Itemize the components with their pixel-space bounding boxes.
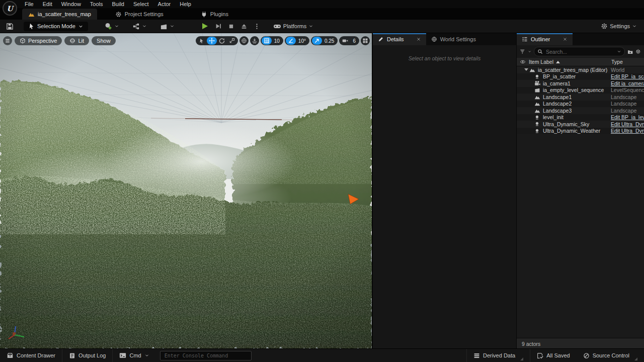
outliner-row-level-sequence[interactable]: ia_empty_level_sequence LevelSequence bbox=[517, 87, 644, 94]
row-type-link[interactable]: Edit Ultra_Dyna bbox=[611, 121, 644, 127]
camera-speed-button[interactable] bbox=[340, 37, 350, 45]
menu-select[interactable]: Select bbox=[129, 0, 153, 8]
selection-mode-dropdown[interactable]: Selection Mode bbox=[24, 22, 88, 31]
scale-snap-value[interactable]: 0.25 bbox=[322, 38, 337, 44]
derived-data-button[interactable]: Derived Data bbox=[466, 349, 530, 362]
chevron-down-icon bbox=[632, 24, 637, 29]
row-type: World bbox=[611, 67, 644, 73]
camera-speed-value[interactable]: 6 bbox=[350, 38, 358, 44]
tab-outliner[interactable]: Outliner bbox=[517, 33, 573, 45]
skip-button[interactable] bbox=[212, 21, 225, 31]
tab-level-map[interactable]: ia_scatter_trees_map bbox=[22, 9, 97, 20]
outliner-row-level[interactable]: ia_scatter_trees_map (Editor) World bbox=[517, 66, 644, 73]
item-label-column-header[interactable]: Item Label bbox=[529, 59, 611, 65]
cmd-dropdown[interactable]: Cmd bbox=[113, 349, 155, 362]
row-label: Landscape1 bbox=[543, 94, 572, 100]
outliner-rows: ia_scatter_trees_map (Editor) World BP_i… bbox=[517, 66, 644, 338]
settings-dropdown[interactable]: Settings bbox=[598, 21, 640, 31]
save-icon bbox=[6, 23, 14, 30]
cmd-label: Cmd bbox=[129, 352, 141, 358]
blueprints-button[interactable] bbox=[129, 21, 150, 31]
grid-snap-toggle[interactable] bbox=[262, 37, 272, 45]
content-drawer-icon bbox=[7, 352, 14, 359]
menu-build[interactable]: Build bbox=[108, 0, 129, 8]
select-tool-button[interactable] bbox=[197, 37, 207, 45]
outliner-row-ia-camera1[interactable]: ia_camera1 Edit ia_camera bbox=[517, 80, 644, 87]
menu-actor[interactable]: Actor bbox=[153, 0, 176, 8]
surface-snap-toggle[interactable] bbox=[250, 36, 259, 45]
all-saved-button[interactable]: All Saved bbox=[530, 349, 576, 362]
outliner-row-level-init[interactable]: level_init Edit BP_ia_level bbox=[517, 114, 644, 121]
outliner-search[interactable] bbox=[534, 47, 625, 56]
level-viewport[interactable]: Perspective Lit Show 10 bbox=[0, 33, 372, 349]
outliner-row-ultra-dynamic-sky[interactable]: Ultra_Dynamic_Sky Edit Ultra_Dyna bbox=[517, 121, 644, 128]
play-button[interactable] bbox=[198, 21, 212, 31]
row-type-link[interactable]: Edit ia_camera bbox=[611, 80, 644, 86]
view-mode-dropdown[interactable]: Lit bbox=[64, 36, 89, 45]
add-actor-button[interactable] bbox=[101, 21, 122, 31]
rotate-tool-button[interactable] bbox=[217, 37, 227, 45]
type-header-text: Type bbox=[611, 59, 623, 65]
outliner-column-header: Item Label Type bbox=[517, 58, 644, 66]
menu-bar: File Edit Window Tools Build Select Acto… bbox=[0, 0, 644, 8]
outliner-row-landscape3[interactable]: Landscape3 Landscape bbox=[517, 107, 644, 114]
row-type-link[interactable]: Edit BP_ia_scat bbox=[611, 73, 644, 79]
scale-tool-button[interactable] bbox=[227, 37, 237, 45]
filter-chevron-icon[interactable] bbox=[528, 49, 531, 54]
outliner-row-ultra-dynamic-weather[interactable]: Ultra_Dynamic_Weather Edit Ultra_Dyna bbox=[517, 128, 644, 135]
menu-edit[interactable]: Edit bbox=[38, 0, 57, 8]
play-options-button[interactable] bbox=[251, 21, 263, 31]
maximize-viewport-button[interactable] bbox=[361, 36, 370, 45]
search-input[interactable] bbox=[545, 48, 615, 55]
rotation-snap-value[interactable]: 10° bbox=[296, 38, 308, 44]
outliner-row-bp-ia-scatter[interactable]: BP_ia_scatter Edit BP_ia_scat bbox=[517, 73, 644, 80]
outliner-row-landscape1[interactable]: Landscape1 Landscape bbox=[517, 94, 644, 101]
content-drawer-button[interactable]: Content Drawer bbox=[0, 349, 62, 362]
menu-tools[interactable]: Tools bbox=[86, 0, 108, 8]
move-tool-button[interactable] bbox=[207, 37, 217, 45]
perspective-dropdown[interactable]: Perspective bbox=[15, 36, 62, 45]
console-command-box[interactable] bbox=[160, 351, 252, 360]
outliner-row-landscape2[interactable]: Landscape2 Landscape bbox=[517, 101, 644, 108]
tab-project-settings[interactable]: Project Settings bbox=[109, 9, 170, 20]
cinematics-button[interactable] bbox=[157, 21, 178, 31]
landscape-icon bbox=[534, 94, 540, 100]
kebab-menu-icon bbox=[254, 23, 260, 30]
menu-window[interactable]: Window bbox=[57, 0, 86, 8]
eject-button[interactable] bbox=[237, 21, 251, 31]
new-folder-icon[interactable] bbox=[627, 48, 633, 55]
close-icon[interactable] bbox=[416, 37, 421, 42]
tab-plugins[interactable]: Plugins bbox=[195, 9, 234, 20]
actor-count: 9 actors bbox=[522, 341, 540, 347]
grid-snap-value[interactable]: 10 bbox=[272, 38, 282, 44]
console-command-input[interactable] bbox=[164, 352, 248, 359]
world-space-toggle[interactable] bbox=[239, 36, 249, 45]
output-log-icon bbox=[69, 352, 75, 359]
row-label: level_init bbox=[543, 114, 564, 120]
source-control-button[interactable]: Source Control bbox=[577, 349, 644, 362]
stop-button[interactable] bbox=[225, 21, 237, 31]
menu-file[interactable]: File bbox=[20, 0, 38, 8]
outliner-settings-gear-icon[interactable] bbox=[635, 48, 641, 55]
scale-snap-toggle[interactable] bbox=[312, 37, 322, 45]
close-icon[interactable] bbox=[562, 37, 568, 42]
type-column-header[interactable]: Type bbox=[611, 59, 644, 65]
tab-details[interactable]: Details bbox=[373, 33, 426, 45]
row-type-link[interactable]: Edit Ultra_Dyna bbox=[611, 128, 644, 134]
save-button[interactable] bbox=[3, 21, 17, 31]
details-empty-message: Select an object to view details bbox=[373, 55, 516, 61]
tab-world-settings[interactable]: World Settings bbox=[426, 33, 481, 45]
visibility-column-header[interactable] bbox=[517, 59, 529, 65]
viewport-options-button[interactable] bbox=[3, 36, 12, 45]
platforms-dropdown[interactable]: Platforms bbox=[270, 21, 316, 31]
quad-view-icon bbox=[362, 38, 368, 44]
row-type-link[interactable]: Edit BP_ia_level bbox=[611, 114, 644, 120]
filter-icon[interactable] bbox=[520, 48, 525, 55]
show-dropdown[interactable]: Show bbox=[92, 36, 116, 45]
search-options-chevron-icon[interactable] bbox=[617, 49, 621, 54]
output-log-button[interactable]: Output Log bbox=[62, 349, 113, 362]
grid-snap-group: 10 bbox=[261, 36, 283, 45]
expander-arrow-icon[interactable] bbox=[524, 68, 529, 71]
rotation-snap-toggle[interactable] bbox=[286, 37, 296, 45]
menu-help[interactable]: Help bbox=[175, 0, 196, 8]
